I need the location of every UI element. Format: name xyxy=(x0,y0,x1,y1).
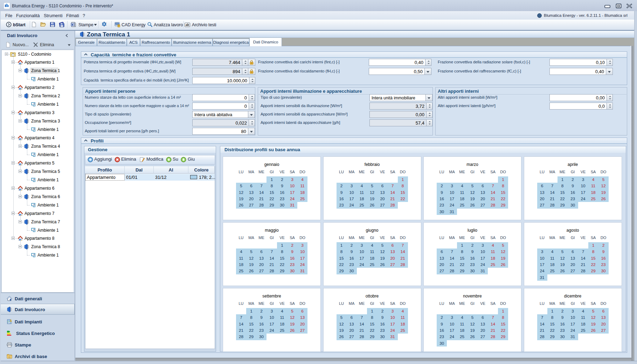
svg-text:ab: ab xyxy=(186,23,189,27)
